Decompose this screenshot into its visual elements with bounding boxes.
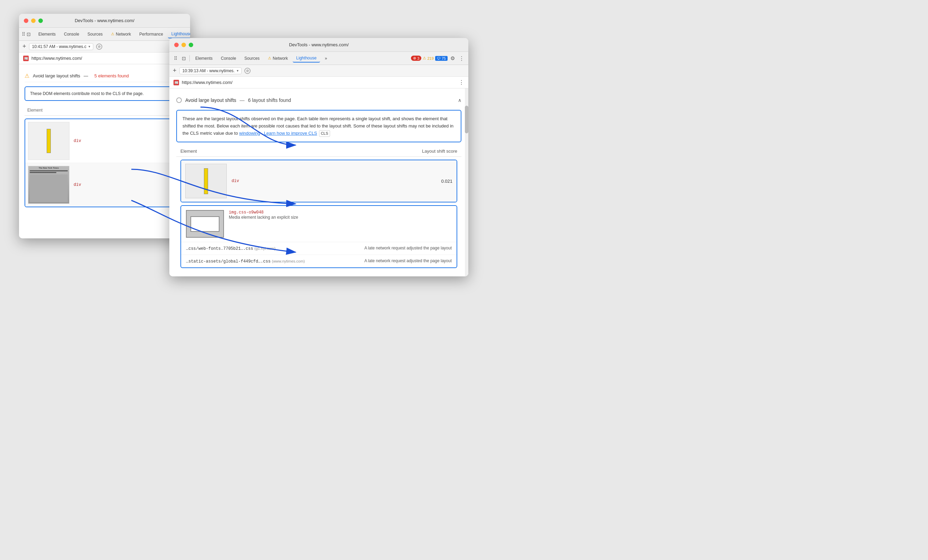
tab-lighthouse-2[interactable]: Lighthouse bbox=[293, 54, 320, 62]
tab-lighthouse-1[interactable]: Lighthouse bbox=[168, 30, 190, 38]
url-bar-1: 📰 https://www.nytimes.com/ bbox=[19, 53, 190, 64]
main-element-row-2: div 0.021 bbox=[181, 160, 456, 202]
inspector-icon-1[interactable]: ⠿ bbox=[22, 31, 25, 38]
audit-found-2: 6 layout shifts found bbox=[248, 97, 292, 103]
url-text-2: https://www.nytimes.com/ bbox=[182, 80, 456, 85]
responsive-icon-2[interactable]: ⊡ bbox=[180, 55, 187, 62]
warn-badge-2: ⚠ 219 bbox=[423, 56, 433, 61]
yellow-bar-2 bbox=[204, 168, 208, 194]
file-desc-2-2: A late network request adjusted the page… bbox=[321, 259, 452, 263]
address-time-2[interactable]: 10:39:13 AM - www.nytimes. ▾ bbox=[179, 67, 241, 74]
sub-thumb-img-2 bbox=[186, 210, 224, 238]
file-domain-2-2: (www.nytimes.com) bbox=[272, 259, 304, 263]
audit-section-1: ⚠ Avoid large layout shifts — 5 elements… bbox=[19, 64, 190, 216]
window-title-2: DevTools - www.nytimes.com/ bbox=[289, 42, 349, 47]
address-bar-2: + 10:39:13 AM - www.nytimes. ▾ ⊘ bbox=[169, 65, 468, 77]
sub-hint-img-2: Media element lacking an explicit size bbox=[229, 215, 452, 220]
circle-icon-2 bbox=[176, 97, 182, 103]
tab-sources-2[interactable]: Sources bbox=[241, 55, 263, 62]
cls-badge: CLS bbox=[319, 130, 330, 137]
learn-link[interactable]: Learn how to improve CLS bbox=[264, 131, 317, 136]
inspector-icon-2[interactable]: ⠿ bbox=[172, 55, 179, 62]
address-time-1[interactable]: 10:41:57 AM - www.nytimes.c ▾ bbox=[29, 43, 93, 50]
element-box-1: div The New York Times bbox=[24, 119, 185, 207]
close-button-1[interactable] bbox=[24, 18, 28, 23]
stop-icon-1[interactable]: ⊘ bbox=[96, 44, 102, 50]
file-name-1-2: …css/web-fonts.7705b21….css bbox=[186, 246, 253, 251]
desc-text-2a: These are the largest layout shifts obse… bbox=[183, 116, 453, 136]
scrollbar-track-2[interactable] bbox=[465, 88, 468, 276]
minimize-button-2[interactable] bbox=[182, 43, 186, 47]
window-controls-1 bbox=[24, 18, 43, 23]
minimize-button-1[interactable] bbox=[31, 18, 36, 23]
tab-elements-1[interactable]: Elements bbox=[35, 30, 59, 38]
thumb-1b: The New York Times bbox=[28, 166, 69, 204]
devtools-window-1: DevTools - www.nytimes.com/ ⠿ ⊡ Elements… bbox=[19, 14, 190, 238]
file-row-1-2: …css/web-fonts.7705b21….css (g1.nyt.com)… bbox=[181, 242, 456, 255]
network-warn-icon-2: ⚠ bbox=[268, 56, 271, 61]
dropdown-icon-1: ▾ bbox=[89, 44, 90, 49]
title-bar-2: DevTools - www.nytimes.com/ bbox=[169, 38, 468, 52]
maximize-button-1[interactable] bbox=[38, 18, 43, 23]
warn-icon-2: ⚠ bbox=[423, 56, 426, 61]
element-row-1b: The New York Times div bbox=[25, 163, 184, 207]
dropdown-icon-2: ▾ bbox=[237, 69, 238, 73]
audit-section-2: Avoid large layout shifts — 6 layout shi… bbox=[169, 88, 468, 276]
yellow-bar-thumb-1 bbox=[47, 129, 51, 153]
element-tag-1b: div bbox=[73, 183, 81, 187]
favicon-2: 📰 bbox=[174, 80, 179, 85]
error-icon-2: ⊗ bbox=[413, 56, 416, 61]
element-row-1a: div bbox=[25, 119, 184, 163]
table-header-1: Element bbox=[24, 105, 185, 116]
tab-console-2[interactable]: Console bbox=[217, 55, 240, 62]
network-warn-icon-1: ⚠ bbox=[111, 32, 114, 36]
info-badge-2: 🗩 75 bbox=[435, 56, 447, 61]
toolbar-2: ⠿ ⊡ Elements Console Sources ⚠ Network L… bbox=[169, 52, 468, 65]
close-button-2[interactable] bbox=[174, 43, 179, 47]
table-header-2: Element Layout shift score bbox=[176, 146, 461, 157]
file-row-2-2: …static-assets/global-f449cfd….css (www.… bbox=[181, 255, 456, 267]
stop-icon-2[interactable]: ⊘ bbox=[244, 68, 250, 74]
stop-symbol-1: ⊘ bbox=[98, 44, 101, 49]
dots-icon-2[interactable]: ⋮ bbox=[458, 55, 466, 62]
main-tag-2: div bbox=[232, 179, 239, 183]
address-time-text-2: 10:39:13 AM - www.nytimes. bbox=[183, 68, 235, 73]
audit-title-1: Avoid large layout shifts bbox=[33, 73, 80, 78]
toolbar-separator-2 bbox=[189, 55, 190, 61]
tab-chevron-2[interactable]: » bbox=[321, 55, 331, 62]
col-element-header-1: Element bbox=[24, 108, 185, 113]
audit-title-2: Avoid large layout shifts bbox=[185, 97, 237, 103]
url-dots-2[interactable]: ⋮ bbox=[459, 79, 464, 86]
tab-network-2[interactable]: ⚠ Network bbox=[264, 55, 292, 62]
gear-icon-2[interactable]: ⚙ bbox=[449, 55, 456, 62]
content-2: Avoid large layout shifts — 6 layout shi… bbox=[169, 88, 468, 276]
error-badge-2: ⊗ 3 bbox=[411, 56, 421, 61]
url-text-1: https://www.nytimes.com/ bbox=[32, 56, 186, 61]
collapse-button-2[interactable]: ∧ bbox=[458, 97, 461, 103]
new-tab-icon-2[interactable]: + bbox=[173, 67, 177, 74]
description-text-1: These DOM elements contribute most to th… bbox=[30, 91, 144, 96]
windowing-link[interactable]: windowing bbox=[239, 131, 260, 136]
new-tab-icon-1[interactable]: + bbox=[23, 43, 26, 50]
error-count-2: 3 bbox=[417, 56, 419, 61]
tab-console-1[interactable]: Console bbox=[61, 30, 82, 38]
col-element-header-2: Element bbox=[180, 149, 395, 154]
responsive-icon-1[interactable]: ⊡ bbox=[27, 31, 31, 38]
col-score-header-2: Layout shift score bbox=[395, 149, 457, 154]
title-bar-1: DevTools - www.nytimes.com/ bbox=[19, 14, 190, 27]
favicon-1: 📰 bbox=[23, 56, 29, 61]
nyt-content-thumb bbox=[30, 170, 68, 202]
file-domain-1-2: (g1.nyt.com) bbox=[254, 246, 275, 251]
tab-network-1[interactable]: ⚠ Network bbox=[107, 30, 134, 38]
audit-dash-2: — bbox=[240, 97, 245, 103]
tab-elements-2[interactable]: Elements bbox=[192, 55, 216, 62]
info-count-2: 75 bbox=[442, 56, 446, 61]
tab-sources-1[interactable]: Sources bbox=[84, 30, 106, 38]
main-score-2: 0.021 bbox=[441, 179, 452, 184]
scrollbar-thumb-2[interactable] bbox=[465, 106, 468, 133]
nyt-logo-thumb: The New York Times bbox=[39, 167, 59, 169]
tab-performance-1[interactable]: Performance bbox=[136, 30, 166, 38]
maximize-button-2[interactable] bbox=[189, 43, 193, 47]
sub-box-2: img.css-o9w048 Media element lacking an … bbox=[180, 205, 457, 268]
tab-network-label-2: Network bbox=[273, 56, 288, 61]
